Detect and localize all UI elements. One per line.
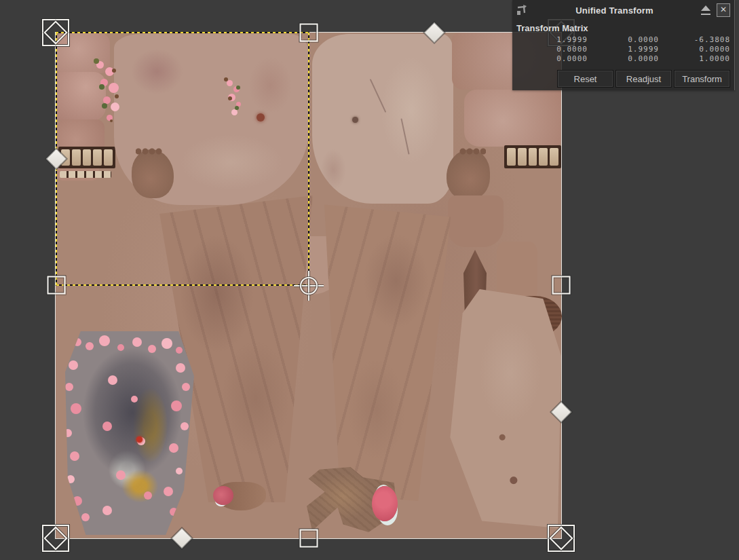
- texture-skin-patch: [464, 90, 561, 147]
- texture-foot: [447, 149, 490, 200]
- handle-edge-left[interactable]: [48, 276, 66, 295]
- matrix-cell: 0.0000: [516, 54, 588, 64]
- unified-transform-tool-icon: [515, 3, 529, 17]
- texture-teeth-strip: [60, 171, 111, 178]
- guide-original-bottom: [56, 284, 309, 286]
- dialog-titlebar[interactable]: Unified Transform ✕: [512, 0, 734, 20]
- matrix-cell: 0.0000: [516, 45, 588, 54]
- texture-flower-leaves: [94, 58, 99, 64]
- matrix-cell: 1.0000: [659, 54, 730, 64]
- transform-matrix-heading: Transform Matrix: [512, 20, 734, 33]
- texture-flower-cluster: [227, 80, 233, 86]
- texture-tattoo-leg: [65, 331, 194, 535]
- dialog-title: Unified Transform: [529, 5, 700, 16]
- texture-skin-mark: [352, 117, 358, 123]
- texture-torso-back: [312, 34, 453, 204]
- matrix-cell: 0.0000: [588, 54, 659, 64]
- texture-dragon-eye: [136, 436, 143, 443]
- texture-leg: [324, 195, 455, 501]
- texture-skin-patch: [497, 242, 537, 301]
- handle-corner-bottom-left[interactable]: [42, 525, 69, 552]
- texture-toe: [216, 482, 266, 510]
- pivot-circle: [300, 277, 318, 295]
- texture-flower-leaves: [224, 77, 228, 81]
- detach-dialog-icon[interactable]: [700, 5, 711, 15]
- texture-skin-mark: [257, 113, 265, 122]
- readjust-button[interactable]: Readjust: [615, 70, 672, 88]
- matrix-cell: 0.0000: [588, 35, 659, 45]
- texture-leg: [448, 289, 561, 528]
- handle-corner-top-left[interactable]: [42, 19, 69, 46]
- matrix-cell: 1.9999: [588, 45, 659, 54]
- transform-button[interactable]: Transform: [674, 70, 730, 88]
- dialog-button-row: Reset Readjust Transform: [557, 70, 730, 88]
- guide-original-top: [56, 32, 309, 33]
- texture-toe: [372, 486, 398, 521]
- transform-pivot-handle[interactable]: [294, 271, 324, 301]
- editor-canvas: Unified Transform ✕ Transform Matrix 1.9…: [0, 0, 739, 560]
- texture-skin-patch: [448, 195, 504, 247]
- unified-transform-dialog: Unified Transform ✕ Transform Matrix 1.9…: [512, 0, 735, 90]
- texture-tattoo-flowers: [73, 338, 81, 346]
- handle-corner-bottom-right[interactable]: [548, 525, 575, 552]
- texture-teeth-strip: [58, 147, 115, 168]
- texture-teeth-strip: [504, 145, 561, 168]
- handle-edge-top[interactable]: [300, 24, 318, 42]
- guide-original-right: [308, 33, 309, 286]
- handle-edge-right[interactable]: [552, 276, 571, 295]
- texture-skin-patch: [56, 72, 106, 121]
- matrix-cell: 0.0000: [659, 45, 730, 54]
- texture-scar: [370, 79, 387, 113]
- close-icon[interactable]: ✕: [717, 3, 730, 17]
- transform-matrix-values: 1.9999 0.0000 -6.3808 0.0000 1.9999 0.00…: [512, 33, 734, 64]
- texture-scar: [400, 118, 409, 154]
- matrix-cell: 1.9999: [516, 35, 588, 45]
- matrix-cell: -6.3808: [659, 35, 730, 45]
- handle-edge-bottom[interactable]: [300, 529, 318, 548]
- reset-button[interactable]: Reset: [557, 70, 613, 88]
